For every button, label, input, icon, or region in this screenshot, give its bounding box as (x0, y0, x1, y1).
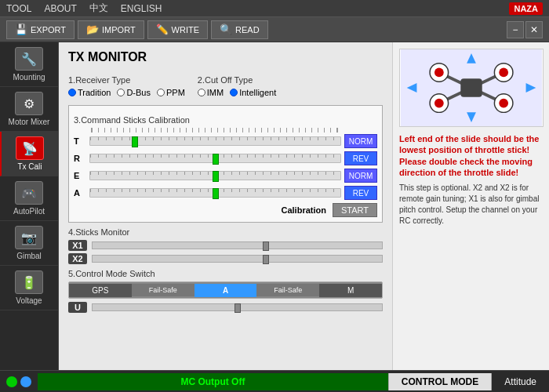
calib-row-a: A REV (74, 186, 377, 200)
status-dot-green (6, 376, 17, 387)
sidebar-item-motor-mixer[interactable]: ⚙ Motor Mixer (0, 87, 58, 132)
calib-row-r: R REV (74, 151, 377, 165)
control-mode-section: 5.Control Mode Switch GPS Fail-Safe A Fa… (68, 269, 383, 313)
export-button[interactable]: 💾 EXPORT (6, 20, 75, 39)
menu-tool[interactable]: TOOL (6, 3, 31, 14)
calib-thumb-a-green (213, 188, 219, 199)
toolbar: 💾 EXPORT 📂 IMPORT ✏️ WRITE 🔍 READ − ✕ (0, 17, 549, 42)
sidebar-label-tx-cali: Tx Cali (17, 162, 42, 171)
mc-output-status: MC Output Off (38, 373, 388, 390)
control-mode-status[interactable]: CONTROL MODE (388, 373, 492, 390)
sidebar-item-gimbal[interactable]: 📷 Gimbal (0, 221, 58, 266)
menu-chinese[interactable]: 中文 (89, 2, 108, 15)
export-icon: 💾 (15, 24, 27, 35)
calibration-footer-label: Calibration (282, 205, 326, 215)
monitor-row-x2: X2 (68, 253, 383, 264)
sidebar-item-autopilot[interactable]: 🎮 AutoPilot (0, 176, 58, 221)
monitor-track-u[interactable] (92, 303, 383, 311)
sidebar-item-tx-cali[interactable]: 📡 Tx Cali (0, 132, 58, 176)
calib-label-e: E (74, 171, 86, 180)
monitor-row-x1: X1 (68, 240, 383, 251)
mode-bar: GPS Fail-Safe A Fail-Safe M (68, 281, 383, 299)
monitor-label-x1: X1 (68, 240, 87, 251)
cutoff-type-label: 2.Cut Off Type (198, 75, 276, 85)
mode-m[interactable]: M (319, 284, 382, 297)
sidebar: 🔧 Mounting ⚙ Motor Mixer 📡 Tx Cali 🎮 Aut… (0, 42, 59, 370)
calib-slider-a[interactable] (89, 188, 341, 198)
main-layout: 🔧 Mounting ⚙ Motor Mixer 📡 Tx Cali 🎮 Aut… (0, 42, 549, 370)
sidebar-item-voltage[interactable]: 🔋 Voltage (0, 266, 58, 310)
calib-label-a: A (74, 188, 86, 198)
calib-btn-t[interactable]: NORM (344, 134, 377, 148)
sidebar-item-mounting[interactable]: 🔧 Mounting (0, 42, 58, 87)
calib-slider-t[interactable] (89, 136, 341, 146)
sticks-monitor-label: 4.Sticks Monitor (68, 227, 383, 237)
sidebar-label-voltage: Voltage (16, 296, 42, 305)
calib-footer: Calibration START (74, 203, 377, 217)
radio-tradition-circle (68, 89, 76, 96)
motor-mixer-icon: ⚙ (15, 92, 43, 115)
import-icon: 📂 (86, 24, 99, 35)
calib-thumb-r-green (213, 154, 219, 165)
radio-tradition[interactable]: Tradition (68, 88, 111, 97)
menu-bar: TOOL ABOUT 中文 ENGLISH NAZA (0, 0, 549, 17)
radio-intelligent-circle (230, 89, 238, 96)
control-mode-label: 5.Control Mode Switch (68, 269, 383, 278)
gimbal-icon: 📷 (15, 226, 43, 249)
drone-diagram (399, 49, 544, 127)
menu-english[interactable]: ENGLISH (121, 3, 162, 14)
menu-about[interactable]: ABOUT (44, 3, 76, 14)
receiver-type-options: Tradition D-Bus PPM (68, 88, 185, 97)
svg-point-13 (499, 99, 508, 108)
right-panel: Left end of the slide should be the lowe… (392, 42, 549, 370)
start-button[interactable]: START (333, 203, 377, 217)
mode-failsafe-2: Fail-Safe (256, 284, 319, 296)
calib-btn-a[interactable]: REV (344, 186, 377, 200)
read-button[interactable]: 🔍 READ (211, 20, 268, 39)
control-mode-row-u: U (68, 302, 383, 313)
monitor-track-x2[interactable] (92, 255, 383, 263)
write-icon: ✏️ (156, 24, 169, 35)
calib-row-e: E NORM (74, 169, 377, 183)
cutoff-type-section: 2.Cut Off Type IMM Intelligent (198, 71, 276, 100)
autopilot-icon: 🎮 (15, 181, 43, 205)
close-button[interactable]: ✕ (525, 21, 543, 38)
sidebar-label-gimbal: Gimbal (16, 252, 42, 260)
calib-label-r: R (74, 154, 86, 163)
radio-intelligent[interactable]: Intelligent (230, 88, 276, 97)
calib-thumb-t-green (132, 136, 138, 147)
sidebar-label-motor-mixer: Motor Mixer (9, 118, 50, 126)
calib-label-t: T (74, 136, 86, 146)
mode-gps[interactable]: GPS (69, 284, 132, 297)
radio-dbus-circle (117, 89, 125, 96)
calib-row-t: T NORM (74, 134, 377, 148)
monitor-thumb-u (235, 303, 241, 313)
voltage-icon: 🔋 (15, 270, 43, 294)
content-area: TX MONITOR 1.Receiver Type Tradition D-B… (59, 42, 392, 370)
radio-imm-circle (198, 89, 205, 96)
import-button[interactable]: 📂 IMPORT (78, 20, 144, 39)
calib-btn-r[interactable]: REV (344, 151, 377, 165)
sidebar-label-mounting: Mounting (13, 73, 45, 82)
tx-cali-icon: 📡 (16, 136, 44, 160)
write-button[interactable]: ✏️ WRITE (147, 20, 208, 39)
svg-point-11 (499, 68, 508, 78)
radio-ppm[interactable]: PPM (157, 88, 185, 97)
page-title: TX MONITOR (68, 50, 383, 64)
radio-dbus[interactable]: D-Bus (117, 88, 151, 97)
svg-rect-5 (460, 78, 482, 97)
mounting-icon: 🔧 (15, 47, 43, 71)
calib-slider-r[interactable] (89, 154, 341, 163)
mode-a[interactable]: A (195, 284, 257, 297)
monitor-track-x1[interactable] (92, 241, 383, 249)
radio-imm[interactable]: IMM (198, 88, 224, 97)
read-icon: 🔍 (220, 24, 232, 35)
mode-failsafe-1: Fail-Safe (132, 284, 195, 296)
calib-btn-e[interactable]: NORM (344, 169, 377, 183)
monitor-thumb-x2 (263, 255, 269, 264)
minimize-button[interactable]: − (507, 21, 524, 38)
calib-slider-e[interactable] (89, 171, 341, 180)
drone-svg (400, 49, 543, 126)
cutoff-type-options: IMM Intelligent (198, 88, 276, 97)
calibration-label: 3.Command Sticks Calibration (74, 115, 377, 125)
